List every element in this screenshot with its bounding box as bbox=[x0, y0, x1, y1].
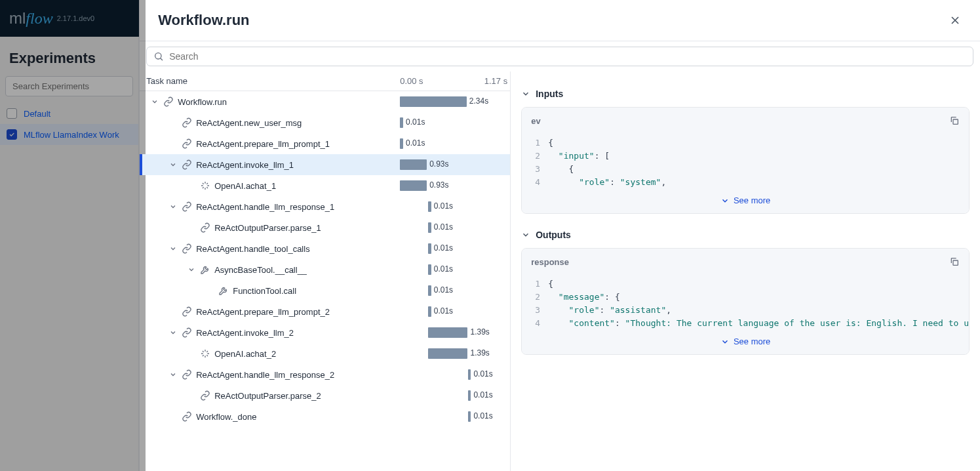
checkbox-icon[interactable] bbox=[7, 129, 17, 140]
trace-name-cell: ReActOutputParser.parse_2 bbox=[140, 390, 385, 401]
trace-time-cell: 0.01s bbox=[385, 259, 510, 280]
trace-name-cell: OpenAI.achat_2 bbox=[140, 348, 385, 359]
chevron-down-icon[interactable] bbox=[168, 370, 178, 379]
chevron-down-icon[interactable] bbox=[168, 202, 178, 211]
sparkle-icon bbox=[200, 180, 210, 191]
trace-row[interactable]: ReActAgent.new_user_msg0.01s bbox=[140, 112, 510, 133]
trace-row[interactable]: OpenAI.achat_21.39s bbox=[140, 343, 510, 364]
inputs-code: 1{2 "input": [3 {4 "role": "system", bbox=[522, 134, 969, 189]
axis-min: 0.00 s bbox=[400, 76, 423, 86]
copy-icon[interactable] bbox=[949, 115, 960, 126]
chevron-down-icon[interactable] bbox=[187, 265, 196, 274]
search-experiments-input[interactable] bbox=[5, 76, 133, 96]
svg-point-0 bbox=[155, 53, 161, 59]
code-line: 4 "content": "Thought: The current langu… bbox=[522, 317, 969, 330]
duration-label: 0.01s bbox=[406, 138, 425, 148]
trace-header: Task name 0.00 s 1.17 s bbox=[140, 72, 510, 91]
duration-label: 0.01s bbox=[473, 411, 492, 420]
spacer bbox=[168, 139, 178, 148]
duration-label: 0.01s bbox=[434, 306, 453, 316]
copy-icon[interactable] bbox=[949, 256, 960, 267]
chevron-down-icon[interactable] bbox=[150, 97, 159, 106]
line-content: { bbox=[548, 136, 969, 150]
span-name: OpenAI.achat_2 bbox=[214, 349, 276, 359]
trace-row[interactable]: Workflow.run2.34s bbox=[140, 91, 510, 112]
trace-name-cell: Workflow.run bbox=[140, 96, 385, 107]
trace-row[interactable]: ReActAgent.handle_tool_calls0.01s bbox=[140, 238, 510, 259]
trace-row[interactable]: ReActAgent.invoke_llm_10.93s bbox=[140, 154, 510, 175]
line-content: { bbox=[548, 277, 969, 291]
code-line: 1{ bbox=[522, 136, 969, 150]
trace-name-cell: ReActAgent.new_user_msg bbox=[140, 117, 385, 128]
trace-body[interactable]: Workflow.run2.34sReActAgent.new_user_msg… bbox=[140, 91, 510, 471]
trace-time-cell: 0.01s bbox=[385, 364, 510, 385]
experiment-name: Default bbox=[24, 109, 50, 119]
trace-time-cell: 0.01s bbox=[385, 280, 510, 301]
inputs-card-header: ev bbox=[522, 108, 969, 134]
span-name: ReActOutputParser.parse_1 bbox=[214, 223, 321, 233]
line-number: 1 bbox=[522, 136, 548, 150]
panel-header: Workflow.run bbox=[140, 0, 980, 41]
trace-time-cell: 0.01s bbox=[385, 385, 510, 406]
span-name: Workflow._done bbox=[196, 412, 256, 422]
checkbox-icon[interactable] bbox=[7, 108, 17, 119]
chevron-down-icon[interactable] bbox=[168, 160, 178, 169]
span-name: OpenAI.achat_1 bbox=[214, 181, 276, 191]
duration-bar bbox=[468, 369, 471, 380]
duration-label: 0.01s bbox=[473, 369, 492, 379]
span-name: AsyncBaseTool.__call__ bbox=[214, 265, 307, 275]
trace-row[interactable]: AsyncBaseTool.__call__0.01s bbox=[140, 259, 510, 280]
trace-row[interactable]: ReActOutputParser.parse_20.01s bbox=[140, 385, 510, 406]
outputs-label: response bbox=[531, 257, 569, 267]
trace-name-cell: ReActAgent.handle_tool_calls bbox=[140, 243, 385, 254]
trace-row[interactable]: ReActOutputParser.parse_10.01s bbox=[140, 217, 510, 238]
trace-name-cell: ReActOutputParser.parse_1 bbox=[140, 222, 385, 233]
experiments-title: Experiments bbox=[0, 37, 138, 76]
trace-search-input[interactable] bbox=[169, 51, 966, 62]
trace-row[interactable]: ReActAgent.prepare_llm_prompt_20.01s bbox=[140, 301, 510, 322]
trace-row[interactable]: Workflow._done0.01s bbox=[140, 406, 510, 427]
sidebar-item[interactable]: MLflow LlamaIndex Work bbox=[0, 124, 138, 145]
trace-name-cell: OpenAI.achat_1 bbox=[140, 180, 385, 191]
search-input-wrap[interactable] bbox=[146, 47, 973, 66]
logo-flow: flow bbox=[26, 10, 52, 28]
span-name: ReActOutputParser.parse_2 bbox=[214, 391, 321, 401]
trace-time-cell: 1.39s bbox=[385, 343, 510, 364]
duration-label: 0.01s bbox=[434, 264, 453, 274]
span-name: ReActAgent.invoke_llm_1 bbox=[196, 160, 294, 170]
line-number: 3 bbox=[522, 304, 548, 317]
chevron-down-icon[interactable] bbox=[168, 244, 178, 253]
duration-bar bbox=[428, 243, 431, 254]
line-content: "role": "assistant", bbox=[548, 304, 969, 317]
sidebar-item[interactable]: Default bbox=[0, 103, 138, 124]
trace-row[interactable]: ReActAgent.handle_llm_response_10.01s bbox=[140, 196, 510, 217]
chevron-down-icon[interactable] bbox=[168, 328, 178, 337]
experiments-list: DefaultMLflow LlamaIndex Work bbox=[0, 103, 138, 145]
duration-bar bbox=[468, 390, 471, 401]
span-name: ReActAgent.handle_tool_calls bbox=[196, 244, 309, 254]
app-logo: mlflow bbox=[9, 9, 53, 28]
inputs-see-more[interactable]: See more bbox=[522, 189, 969, 213]
line-content: "input": [ bbox=[548, 150, 969, 163]
trace-row[interactable]: ReActAgent.handle_llm_response_20.01s bbox=[140, 364, 510, 385]
trace-row[interactable]: FunctionTool.call0.01s bbox=[140, 280, 510, 301]
trace-time-cell: 0.93s bbox=[385, 175, 510, 196]
duration-bar bbox=[428, 264, 431, 275]
inputs-card: ev 1{2 "input": [3 {4 "role": "system", … bbox=[521, 107, 970, 214]
outputs-see-more[interactable]: See more bbox=[522, 330, 969, 354]
close-button[interactable] bbox=[949, 14, 962, 27]
trace-time-cell: 0.93s bbox=[385, 154, 510, 175]
chevron-down-icon bbox=[521, 89, 530, 98]
duration-label: 0.93s bbox=[429, 159, 448, 169]
trace-row[interactable]: ReActAgent.prepare_llm_prompt_10.01s bbox=[140, 133, 510, 154]
inputs-label: ev bbox=[531, 116, 540, 126]
trace-row[interactable]: ReActAgent.invoke_llm_21.39s bbox=[140, 322, 510, 343]
duration-label: 1.39s bbox=[471, 348, 490, 358]
trace-time-cell: 0.01s bbox=[385, 112, 510, 133]
trace-row[interactable]: OpenAI.achat_10.93s bbox=[140, 175, 510, 196]
trace-name-cell: ReActAgent.handle_llm_response_2 bbox=[140, 369, 385, 380]
app-version: 2.17.1.dev0 bbox=[57, 14, 95, 22]
trace-time-cell: 0.01s bbox=[385, 133, 510, 154]
outputs-header[interactable]: Outputs bbox=[521, 226, 970, 248]
inputs-header[interactable]: Inputs bbox=[521, 85, 970, 107]
